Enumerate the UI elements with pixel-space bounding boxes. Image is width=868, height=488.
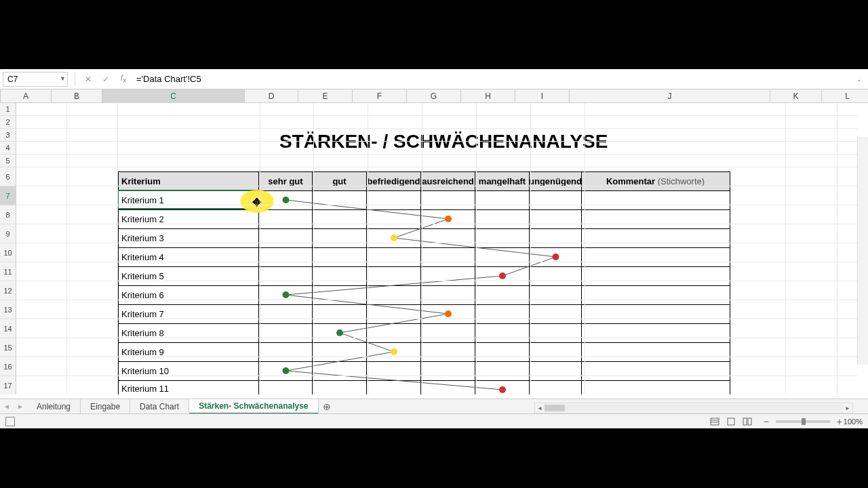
- kriterium-cell[interactable]: Kriterium 2: [119, 210, 259, 228]
- table-row[interactable]: Kriterium 3: [119, 229, 730, 248]
- rating-cell[interactable]: [367, 210, 421, 228]
- rating-cell[interactable]: [530, 229, 582, 247]
- rating-cell[interactable]: [421, 286, 475, 304]
- rating-cell[interactable]: [313, 362, 367, 380]
- column-header[interactable]: D: [245, 89, 298, 103]
- rating-cell[interactable]: [421, 324, 475, 342]
- rating-cell[interactable]: [259, 381, 313, 394]
- column-header[interactable]: B: [52, 89, 102, 103]
- kommentar-cell[interactable]: [582, 286, 729, 304]
- row-header[interactable]: 10: [0, 243, 16, 262]
- zoom-out-button[interactable]: −: [763, 416, 768, 427]
- column-header[interactable]: G: [407, 89, 461, 103]
- row-header[interactable]: 8: [0, 205, 16, 224]
- table-row[interactable]: Kriterium 7: [119, 305, 730, 324]
- kriterium-cell[interactable]: Kriterium 9: [119, 343, 259, 361]
- rating-cell[interactable]: [475, 286, 530, 304]
- page-break-view-button[interactable]: [740, 415, 755, 428]
- rating-cell[interactable]: [367, 381, 421, 394]
- expand-formula-icon[interactable]: ⌄: [853, 73, 865, 85]
- rating-cell[interactable]: [530, 210, 582, 228]
- column-header[interactable]: C: [102, 89, 245, 103]
- kriterium-cell[interactable]: Kriterium 7: [119, 305, 259, 323]
- rating-cell[interactable]: [530, 267, 582, 285]
- column-header[interactable]: I: [515, 89, 570, 103]
- table-row[interactable]: Kriterium 2: [119, 210, 730, 229]
- rating-cell[interactable]: [530, 191, 582, 209]
- row-header[interactable]: 1: [0, 103, 16, 116]
- rating-cell[interactable]: [367, 286, 421, 304]
- rating-cell[interactable]: [421, 267, 475, 285]
- tab-nav-next-icon[interactable]: ►: [14, 400, 27, 413]
- row-header[interactable]: 7: [0, 186, 16, 205]
- rating-cell[interactable]: [475, 305, 530, 323]
- rating-cell[interactable]: [475, 362, 530, 380]
- vertical-scrollbar[interactable]: [857, 137, 868, 365]
- rating-cell[interactable]: [475, 191, 530, 209]
- table-row[interactable]: Kriterium 5: [119, 267, 730, 286]
- zoom-slider[interactable]: [776, 420, 830, 423]
- table-row[interactable]: Kriterium 10: [119, 362, 730, 381]
- rating-cell[interactable]: [475, 248, 530, 266]
- rating-cell[interactable]: [313, 324, 367, 342]
- table-row[interactable]: Kriterium 11: [119, 381, 730, 394]
- accept-icon[interactable]: ✓: [100, 73, 112, 85]
- rating-cell[interactable]: [259, 229, 313, 247]
- row-header[interactable]: 4: [0, 142, 16, 155]
- cancel-icon[interactable]: ✕: [82, 73, 94, 85]
- sheet-tab[interactable]: Stärken- Schwächenanalyse: [189, 399, 318, 414]
- rating-cell[interactable]: [259, 286, 313, 304]
- rating-cell[interactable]: [259, 267, 313, 285]
- macro-record-icon[interactable]: [5, 417, 15, 426]
- kommentar-cell[interactable]: [582, 267, 729, 285]
- formula-input[interactable]: [132, 72, 853, 87]
- row-header[interactable]: 5: [0, 155, 16, 167]
- kommentar-cell[interactable]: [582, 210, 729, 228]
- zoom-in-button[interactable]: +: [837, 416, 842, 427]
- rating-cell[interactable]: [259, 191, 313, 209]
- rating-cell[interactable]: [259, 210, 313, 228]
- rating-cell[interactable]: [367, 362, 421, 380]
- kommentar-cell[interactable]: [582, 229, 729, 247]
- rating-cell[interactable]: [475, 343, 530, 361]
- row-header[interactable]: 16: [0, 357, 16, 376]
- kriterium-cell[interactable]: Kriterium 5: [119, 267, 259, 285]
- horizontal-scrollbar[interactable]: ◄ ►: [534, 403, 853, 413]
- row-header[interactable]: 17: [0, 376, 16, 394]
- row-header[interactable]: 11: [0, 262, 16, 281]
- row-header[interactable]: 3: [0, 129, 16, 142]
- rating-cell[interactable]: [313, 286, 367, 304]
- normal-view-button[interactable]: [707, 415, 722, 428]
- rating-cell[interactable]: [259, 305, 313, 323]
- kommentar-cell[interactable]: [582, 305, 729, 323]
- rating-cell[interactable]: [421, 343, 475, 361]
- row-header[interactable]: 15: [0, 338, 16, 357]
- rating-cell[interactable]: [421, 191, 475, 209]
- rating-cell[interactable]: [313, 248, 367, 266]
- row-header[interactable]: 14: [0, 319, 16, 338]
- rating-cell[interactable]: [367, 343, 421, 361]
- select-all-corner[interactable]: [0, 89, 1, 103]
- rating-cell[interactable]: [475, 381, 530, 394]
- grid-area[interactable]: 1234567891011121314151617 STÄRKEN- / SCH…: [0, 103, 868, 394]
- table-row[interactable]: Kriterium 1: [119, 191, 730, 210]
- scroll-right-icon[interactable]: ►: [843, 403, 852, 413]
- row-header[interactable]: 12: [0, 281, 16, 300]
- rating-cell[interactable]: [421, 381, 475, 394]
- kriterium-cell[interactable]: Kriterium 1: [119, 191, 259, 209]
- column-header[interactable]: E: [298, 89, 353, 103]
- sheet-tab[interactable]: Eingabe: [81, 399, 130, 414]
- kommentar-cell[interactable]: [582, 381, 729, 394]
- page-layout-view-button[interactable]: [724, 415, 738, 428]
- rating-cell[interactable]: [367, 229, 421, 247]
- rating-cell[interactable]: [421, 229, 475, 247]
- scroll-left-icon[interactable]: ◄: [535, 403, 545, 413]
- rating-cell[interactable]: [367, 267, 421, 285]
- rating-cell[interactable]: [367, 305, 421, 323]
- column-header[interactable]: J: [570, 89, 770, 103]
- kriterium-cell[interactable]: Kriterium 10: [119, 362, 259, 380]
- sheet-tab[interactable]: Anleitung: [27, 399, 81, 414]
- table-row[interactable]: Kriterium 9: [119, 343, 730, 362]
- table-row[interactable]: Kriterium 8: [119, 324, 730, 343]
- rating-cell[interactable]: [530, 362, 582, 380]
